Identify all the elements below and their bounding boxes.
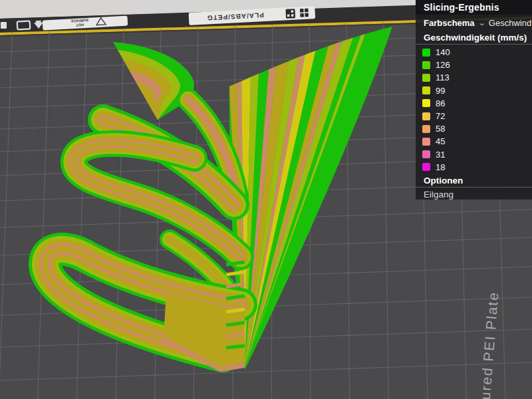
legend-value: 113 [436,72,450,82]
legend-item: 72 [416,110,532,122]
legend-swatch [422,125,430,133]
legend-item: 140 [416,46,532,59]
legend-item: 31 [416,148,532,161]
legend-value: 45 [436,136,445,146]
legend-swatch [422,74,430,82]
legend-swatch [422,163,430,171]
legend-value: 140 [436,47,450,57]
legend-value: 31 [436,150,445,160]
sliced-model[interactable] [45,0,394,372]
travel-option[interactable]: Eilgang [416,188,532,201]
legend-swatch [422,99,430,107]
legend-swatch [422,61,430,69]
chevron-down-icon[interactable]: ⌄ [477,19,486,27]
slicer-preview-window: HOT SURFACE PLA/ABS/PETG [0,0,532,399]
color-scheme-dropdown[interactable]: Geschwind [489,18,531,28]
slicing-result-panel: Slicing-Ergebnis Farbschema ⌄ Geschwind … [416,0,532,200]
qr-code-icon [285,9,295,19]
speed-legend: 140 126 113 99 86 72 [416,45,532,174]
legend-item: 99 [416,84,532,97]
legend-value: 72 [436,111,445,121]
legend-item: 45 [416,135,532,148]
legend-item: 113 [416,71,532,84]
legend-swatch [422,150,430,158]
legend-value: 86 [436,98,445,108]
legend-item: 126 [416,59,532,71]
spool-icon [1,22,7,29]
legend-value: 18 [436,162,445,172]
plate-name-text: Textured PEI Plate [475,291,501,399]
legend-title: Geschwindigkeit (mm/s) [416,31,532,44]
color-scheme-row: Farbschema ⌄ Geschwind [416,15,532,31]
legend-swatch [422,138,430,146]
legend-value: 126 [436,60,450,70]
legend-value: 99 [436,86,445,96]
panel-title: Slicing-Ergebnis [416,0,532,15]
options-title: Optionen [416,175,532,187]
legend-item: 86 [416,97,532,110]
legend-item: 58 [416,122,532,135]
legend-value: 58 [436,124,445,134]
legend-swatch [422,86,430,94]
legend-item: 18 [416,161,532,174]
legend-swatch [422,49,430,57]
legend-swatch [422,112,430,120]
color-scheme-label: Farbschema [424,18,475,28]
